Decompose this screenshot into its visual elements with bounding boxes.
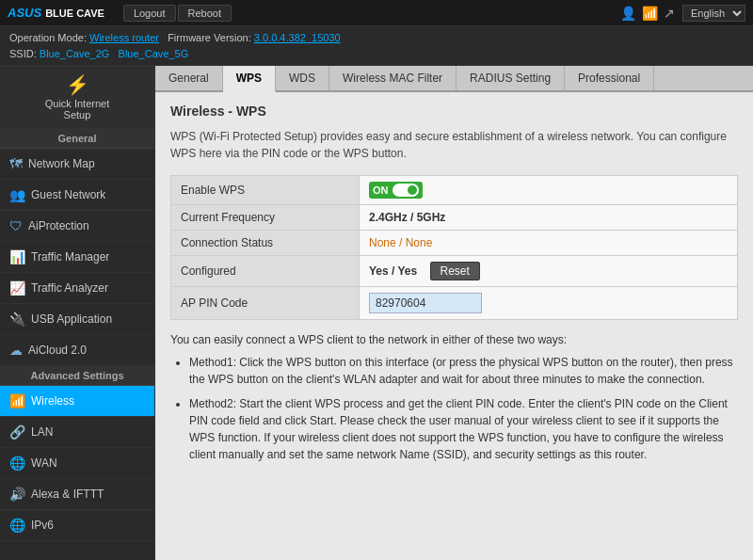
- configured-row: Configured Yes / Yes Reset: [171, 256, 738, 287]
- logo-router: BLUE CAVE: [45, 8, 104, 19]
- ssid-2g[interactable]: Blue_Cave_2G: [40, 48, 110, 59]
- sidebar-item-guest-network[interactable]: 👥 Guest Network: [0, 180, 154, 211]
- ipv6-icon: 🌐: [9, 518, 25, 533]
- method1-text: Method1: Click the WPS button on this in…: [189, 356, 733, 386]
- sidebar-item-label: USB Application: [31, 312, 112, 326]
- wps-toggle-label: ON: [373, 184, 389, 196]
- logo-asus: ASUS: [8, 6, 41, 20]
- topbar-right: 👤 📶 ↗ English: [620, 5, 745, 22]
- language-select[interactable]: English: [682, 5, 745, 22]
- sidebar-item-quick-setup[interactable]: ⚡ Quick InternetSetup: [0, 66, 154, 129]
- sidebar-item-aiprotection[interactable]: 🛡 AiProtection: [0, 211, 154, 242]
- wifi-icon[interactable]: 📶: [642, 6, 658, 21]
- method2-item: Method2: Start the client WPS process an…: [189, 395, 738, 463]
- wan-icon: 🌐: [9, 456, 25, 471]
- sidebar-item-label: Traffic Analyzer: [31, 281, 108, 295]
- network-map-icon: 🗺: [9, 156, 23, 171]
- main-layout: ⚡ Quick InternetSetup General 🗺 Network …: [0, 66, 753, 560]
- share-icon[interactable]: ↗: [664, 6, 675, 21]
- content-area: General WPS WDS Wireless MAC Filter RADI…: [155, 66, 753, 560]
- topbar-icons: 👤 📶 ↗: [620, 6, 675, 21]
- enable-wps-label: Enable WPS: [171, 176, 360, 205]
- usb-icon: 🔌: [9, 312, 25, 327]
- current-freq-row: Current Frequency 2.4GHz / 5GHz: [171, 205, 738, 231]
- logout-button[interactable]: Logout: [123, 5, 176, 22]
- method1-item: Method1: Click the WPS button on this in…: [189, 354, 738, 388]
- tab-wps[interactable]: WPS: [223, 66, 276, 92]
- freq-text: 2.4GHz / 5GHz: [369, 211, 445, 224]
- enable-wps-row: Enable WPS ON: [171, 176, 738, 205]
- wps-toggle[interactable]: ON: [369, 182, 423, 199]
- sidebar-item-label: AiCloud 2.0: [28, 344, 87, 357]
- operation-value[interactable]: Wireless router: [89, 32, 159, 43]
- quick-setup-icon: ⚡: [66, 73, 89, 96]
- toggle-switch: [393, 184, 419, 197]
- sidebar-item-wan[interactable]: 🌐 WAN: [0, 448, 154, 479]
- ssid-5g[interactable]: Blue_Cave_5G: [119, 48, 189, 59]
- connection-status-label: Connection Status: [171, 231, 360, 256]
- configured-text: Yes / Yes: [369, 264, 417, 278]
- wireless-icon: 📶: [9, 393, 25, 408]
- ap-pin-row: AP PIN Code: [171, 287, 738, 320]
- sidebar-item-label: Wireless: [31, 394, 74, 408]
- operation-label: Operation Mode:: [9, 32, 87, 43]
- sidebar-item-network-map[interactable]: 🗺 Network Map: [0, 149, 154, 180]
- current-freq-label: Current Frequency: [171, 205, 360, 231]
- sidebar-item-alexa[interactable]: 🔊 Alexa & IFTTT: [0, 479, 154, 510]
- topbar: ASUS BLUE CAVE Logout Reboot 👤 📶 ↗ Engli…: [0, 0, 753, 26]
- current-freq-value: 2.4GHz / 5GHz: [360, 205, 738, 231]
- traffic-analyzer-icon: 📈: [9, 280, 25, 296]
- page-title: Wireless - WPS: [170, 104, 738, 119]
- enable-wps-value: ON: [360, 176, 738, 205]
- sidebar-item-label: Network Map: [28, 157, 95, 170]
- ssid-label: SSID:: [9, 48, 37, 59]
- lan-icon: 🔗: [9, 424, 25, 440]
- user-icon[interactable]: 👤: [620, 6, 636, 21]
- infobar-ssid: SSID: Blue_Cave_2G Blue_Cave_5G: [9, 46, 744, 62]
- infobar: Operation Mode: Wireless router Firmware…: [0, 26, 753, 66]
- topbar-nav: Logout Reboot: [123, 5, 232, 22]
- sidebar: ⚡ Quick InternetSetup General 🗺 Network …: [0, 66, 155, 560]
- tab-general[interactable]: General: [155, 66, 223, 90]
- sidebar-item-label: Guest Network: [31, 188, 105, 201]
- sidebar-item-label: Alexa & IFTTT: [31, 488, 104, 501]
- guest-network-icon: 👥: [9, 187, 25, 202]
- sidebar-item-wireless[interactable]: 📶 Wireless: [0, 386, 154, 417]
- connection-status-value: None / None: [360, 231, 738, 256]
- sidebar-item-traffic-analyzer[interactable]: 📈 Traffic Analyzer: [0, 273, 154, 304]
- reset-button[interactable]: Reset: [430, 262, 480, 280]
- firmware-value[interactable]: 3.0.0.4.382_15030: [254, 32, 341, 43]
- sidebar-item-label: Traffic Manager: [31, 250, 109, 264]
- sidebar-item-label: IPv6: [31, 519, 54, 532]
- sidebar-item-lan[interactable]: 🔗 LAN: [0, 417, 154, 448]
- instructions-list: Method1: Click the WPS button on this in…: [170, 354, 738, 463]
- page-description: WPS (Wi-Fi Protected Setup) provides eas…: [170, 128, 738, 162]
- page-content: Wireless - WPS WPS (Wi-Fi Protected Setu…: [155, 92, 753, 482]
- method2-text: Method2: Start the client WPS process an…: [189, 397, 728, 461]
- status-none-text: None / None: [369, 236, 432, 249]
- sidebar-general-section: General: [0, 129, 154, 149]
- sidebar-item-usb-application[interactable]: 🔌 USB Application: [0, 304, 154, 335]
- sidebar-advanced-section: Advanced Settings: [0, 366, 154, 386]
- sidebar-item-label: AiProtection: [28, 219, 89, 232]
- tab-wds[interactable]: WDS: [276, 66, 329, 90]
- wps-form-table: Enable WPS ON Current Frequency 2.4GHz /…: [170, 175, 738, 320]
- sidebar-item-aicloud[interactable]: ☁ AiCloud 2.0: [0, 335, 154, 366]
- traffic-manager-icon: 📊: [9, 249, 25, 264]
- ap-pin-input[interactable]: [369, 293, 482, 313]
- tab-professional[interactable]: Professional: [565, 66, 654, 90]
- firmware-label: Firmware Version:: [168, 32, 251, 43]
- aiprotection-icon: 🛡: [9, 218, 23, 233]
- configured-label: Configured: [171, 256, 360, 287]
- sidebar-item-traffic-manager[interactable]: 📊 Traffic Manager: [0, 242, 154, 273]
- sidebar-item-label: LAN: [31, 425, 53, 439]
- tab-radius[interactable]: RADIUS Setting: [457, 66, 565, 90]
- connection-status-row: Connection Status None / None: [171, 231, 738, 256]
- ap-pin-value: [360, 287, 738, 320]
- reboot-button[interactable]: Reboot: [178, 5, 232, 22]
- instructions: You can easily connect a WPS client to t…: [170, 333, 738, 463]
- tab-mac-filter[interactable]: Wireless MAC Filter: [329, 66, 457, 90]
- logo: ASUS BLUE CAVE: [8, 6, 104, 20]
- ap-pin-label: AP PIN Code: [171, 287, 360, 320]
- sidebar-item-ipv6[interactable]: 🌐 IPv6: [0, 510, 154, 541]
